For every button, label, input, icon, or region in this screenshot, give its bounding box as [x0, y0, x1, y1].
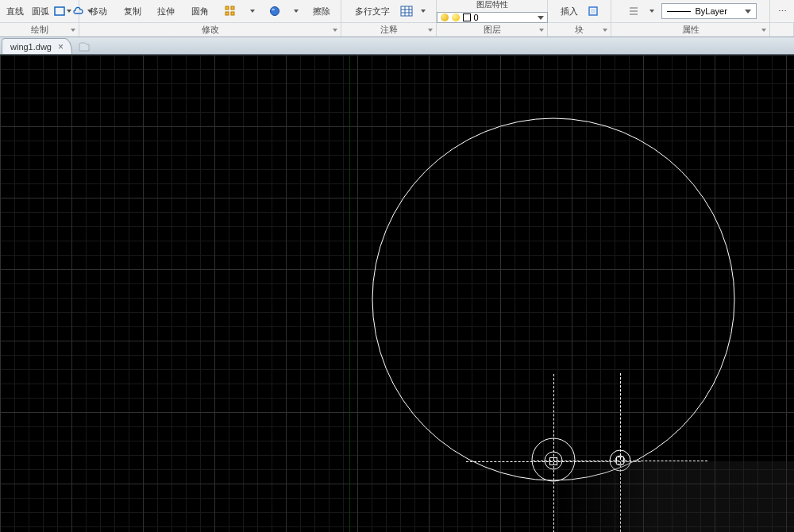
- array-icon[interactable]: [222, 2, 239, 20]
- chevron-down-icon: [538, 16, 544, 20]
- sphere-dropdown[interactable]: [293, 2, 299, 20]
- svg-rect-12: [589, 7, 597, 15]
- layerprops-label[interactable]: 图层特性: [473, 0, 511, 10]
- panel-annot-tools: 多行文字: [341, 0, 437, 22]
- erase-tool-label[interactable]: 擦除: [310, 6, 333, 17]
- chevron-down-icon: [745, 10, 751, 13]
- panel-label-block[interactable]: 块: [548, 23, 611, 37]
- svg-rect-0: [55, 7, 64, 15]
- panel-label-layer[interactable]: 图层: [437, 23, 548, 37]
- block-edit-icon[interactable]: [584, 2, 602, 20]
- linetype-combo[interactable]: ByLayer: [661, 3, 757, 19]
- svg-rect-3: [225, 12, 229, 15]
- panel-modify-tools: 移动 复制 拉伸 圆角 擦除: [79, 0, 341, 22]
- svg-rect-1: [225, 6, 229, 10]
- svg-point-6: [272, 9, 275, 11]
- rectangle-icon[interactable]: [54, 2, 65, 20]
- new-tab-button[interactable]: [75, 40, 93, 54]
- sun-icon: [452, 13, 460, 21]
- document-tab-active[interactable]: wing1.dwg ×: [2, 38, 72, 54]
- svg-point-5: [270, 7, 279, 16]
- close-icon[interactable]: ×: [58, 41, 64, 52]
- properties-dropdown[interactable]: [649, 2, 655, 20]
- ribbon-panel-labels: 绘制 修改 注释 图层 块 属性: [0, 22, 794, 37]
- panel-label-annot[interactable]: 注释: [341, 23, 437, 37]
- panel-draw-tools: 直线 圆弧: [0, 0, 79, 22]
- panel-label-overflow: [770, 23, 794, 37]
- sphere-icon[interactable]: [266, 2, 283, 20]
- svg-rect-7: [401, 6, 412, 16]
- move-tool-label[interactable]: 移动: [87, 6, 110, 17]
- line-sample: [667, 11, 691, 12]
- line-tool-label[interactable]: 直线: [3, 6, 27, 17]
- svg-rect-4: [231, 12, 234, 15]
- medium-circle: [532, 438, 575, 481]
- copy-tool-label[interactable]: 复制: [121, 6, 145, 17]
- linetype-value: ByLayer: [696, 6, 740, 16]
- arc-tool-label[interactable]: 圆弧: [29, 6, 52, 17]
- drawing-canvas[interactable]: [0, 55, 794, 532]
- drawing-svg: [0, 55, 794, 532]
- svg-rect-2: [231, 6, 234, 10]
- overflow-label: ⋯: [775, 6, 790, 17]
- svg-rect-13: [591, 9, 596, 13]
- panel-prop-tools: ByLayer: [611, 0, 770, 22]
- panel-label-prop[interactable]: 属性: [611, 23, 770, 37]
- panel-overflow[interactable]: ⋯: [770, 0, 794, 22]
- ribbon-tool-row: 直线 圆弧 移动 复制 拉伸 圆角: [0, 0, 794, 22]
- table-icon[interactable]: [398, 2, 415, 20]
- rectangle-dropdown[interactable]: [67, 2, 71, 20]
- stretch-tool-label[interactable]: 拉伸: [154, 6, 178, 17]
- layer-combo-value: 0: [474, 13, 534, 22]
- document-tab-bar: wing1.dwg ×: [0, 37, 794, 55]
- document-tab-title: wing1.dwg: [10, 42, 52, 52]
- panel-block-tools: 插入: [548, 0, 611, 22]
- big-circle: [372, 118, 734, 480]
- fillet-tool-label[interactable]: 圆角: [188, 6, 212, 17]
- ribbon: 直线 圆弧 移动 复制 拉伸 圆角: [0, 0, 794, 37]
- array-dropdown[interactable]: [249, 2, 256, 20]
- panel-label-draw[interactable]: 绘制: [0, 23, 79, 37]
- panel-layer-tools: 图层特性 0: [437, 0, 548, 22]
- panel-label-modify[interactable]: 修改: [79, 23, 341, 37]
- mtext-tool-label[interactable]: 多行文字: [352, 6, 393, 17]
- table-dropdown[interactable]: [420, 2, 426, 20]
- bulb-icon: [441, 13, 449, 21]
- layer-combo[interactable]: 0: [437, 12, 548, 23]
- inner-right-circle: [615, 456, 625, 465]
- color-swatch: [463, 13, 471, 21]
- properties-icon[interactable]: [625, 2, 642, 20]
- small-circle: [545, 452, 562, 469]
- insert-tool-label[interactable]: 插入: [557, 6, 581, 17]
